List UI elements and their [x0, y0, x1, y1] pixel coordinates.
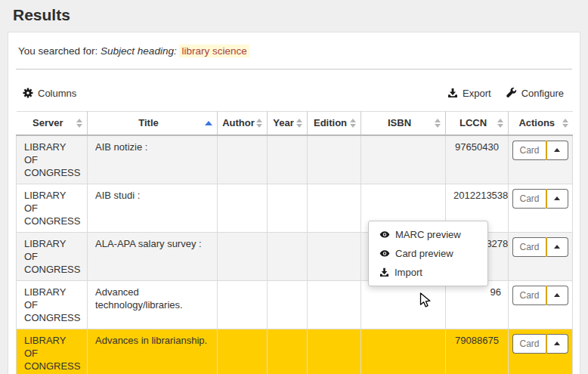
caret-up-icon [554, 293, 560, 297]
column-header-edition[interactable]: Edition [308, 112, 361, 135]
cell-isbn [361, 280, 446, 329]
cell-author [218, 135, 268, 184]
column-header-server[interactable]: Server [17, 112, 88, 135]
import-icon [379, 267, 389, 277]
actions-split-button: Card [512, 189, 568, 209]
caret-up-icon [554, 342, 560, 345]
cell-title: Advanced technology/libraries. [88, 280, 218, 329]
sort-icon [350, 119, 356, 128]
cell-title: ALA-APA salary survey : [88, 232, 218, 280]
menu-item-import[interactable]: Import [369, 263, 487, 282]
results-table-body: LIBRARY OF CONGRESSAIB notizie :97650430… [17, 135, 573, 374]
table-row: LIBRARY OF CONGRESSAdvances in librarian… [17, 329, 573, 374]
page-title: Results [13, 6, 588, 24]
table-row: LIBRARY OF CONGRESSAIB notizie :97650430… [17, 135, 573, 184]
table-row: LIBRARY OF CONGRESSALA-APA salary survey… [17, 232, 573, 280]
cell-edition [308, 329, 361, 374]
cell-lccn: 97650430 [446, 135, 509, 184]
cell-server: LIBRARY OF CONGRESS [17, 184, 88, 232]
column-label: LCCN [460, 117, 487, 128]
menu-item-marc-preview[interactable]: MARC preview [369, 225, 487, 244]
column-label: Edition [314, 117, 347, 128]
menu-item-label: MARC preview [395, 229, 461, 240]
column-label: ISBN [388, 117, 411, 128]
cell-edition [308, 280, 361, 329]
cell-server: LIBRARY OF CONGRESS [17, 329, 88, 374]
configure-button[interactable]: Configure [506, 88, 564, 99]
caret-up-icon [554, 245, 560, 249]
cell-edition [308, 135, 361, 184]
card-button[interactable]: Card [512, 237, 546, 257]
eye-icon [379, 249, 390, 258]
cell-server: LIBRARY OF CONGRESS [17, 232, 88, 280]
table-toolbar: Columns Export Configure [16, 85, 572, 100]
menu-item-card-preview[interactable]: Card preview [369, 244, 487, 263]
card-button[interactable]: Card [512, 189, 546, 209]
column-header-year[interactable]: Year [268, 112, 308, 135]
column-label: Author [222, 117, 255, 128]
actions-dropdown-toggle[interactable] [546, 189, 568, 209]
card-button[interactable]: Card [512, 141, 546, 160]
sort-icon [497, 119, 503, 128]
sort-icon [296, 119, 302, 128]
card-button[interactable]: Card [512, 334, 546, 354]
cell-author [218, 232, 268, 280]
card-button[interactable]: Card [512, 286, 546, 305]
column-header-author[interactable]: Author [218, 112, 268, 135]
sort-icon [76, 119, 82, 128]
gear-icon [23, 88, 33, 98]
column-label: Actions [518, 117, 555, 128]
menu-item-label: Import [395, 267, 422, 278]
actions-dropdown-toggle[interactable] [546, 286, 568, 305]
configure-button-label: Configure [521, 88, 564, 99]
cell-author [218, 280, 268, 329]
cell-isbn [361, 329, 446, 374]
cell-actions: Card [509, 280, 573, 329]
results-table: ServerTitleAuthorYearEditionISBNLCCNActi… [16, 111, 573, 374]
caret-up-icon [554, 148, 560, 152]
cell-server: LIBRARY OF CONGRESS [17, 135, 88, 184]
cell-year [268, 280, 308, 329]
results-panel: You searched for: Subject heading: libra… [8, 32, 580, 374]
cell-actions: Card [509, 184, 573, 232]
wrench-icon [506, 88, 517, 98]
actions-context-menu: MARC preview Card preview Import [368, 221, 488, 286]
actions-dropdown-toggle[interactable] [546, 334, 568, 354]
column-label: Year [273, 117, 293, 128]
columns-button[interactable]: Columns [23, 88, 76, 99]
search-summary: You searched for: Subject heading: libra… [18, 45, 572, 57]
sort-icon [562, 119, 568, 128]
sort-ascending-icon [205, 121, 212, 125]
columns-button-label: Columns [38, 88, 76, 99]
cell-isbn [361, 135, 446, 184]
sort-icon [256, 119, 262, 128]
cell-actions: Card [509, 232, 573, 280]
actions-dropdown-toggle[interactable] [546, 141, 568, 160]
divider [16, 69, 572, 70]
cell-actions: Card [509, 329, 573, 374]
menu-item-label: Card preview [395, 248, 453, 259]
actions-split-button: Card [512, 141, 568, 160]
export-button[interactable]: Export [447, 88, 491, 99]
export-button-label: Export [463, 88, 491, 99]
search-summary-prefix: You searched for: [18, 45, 101, 57]
cell-lccn: 96 [446, 280, 509, 329]
cell-title: AIB notizie : [88, 135, 218, 184]
sort-icon [435, 119, 441, 128]
column-header-lccn[interactable]: LCCN [446, 112, 509, 135]
actions-split-button: Card [512, 237, 568, 257]
cell-title: Advances in librarianship. [88, 329, 218, 374]
actions-split-button: Card [512, 334, 568, 354]
column-header-isbn[interactable]: ISBN [361, 112, 446, 135]
column-header-actions[interactable]: Actions [509, 112, 573, 135]
actions-dropdown-toggle[interactable] [546, 237, 568, 257]
caret-up-icon [554, 196, 560, 200]
cell-author [218, 329, 268, 374]
cell-edition [308, 232, 361, 280]
cell-year [268, 329, 308, 374]
results-table-header-row: ServerTitleAuthorYearEditionISBNLCCNActi… [17, 112, 573, 135]
column-header-title[interactable]: Title [88, 112, 218, 135]
cell-actions: Card [509, 135, 573, 184]
cell-edition [308, 184, 361, 232]
column-label: Title [138, 117, 159, 128]
